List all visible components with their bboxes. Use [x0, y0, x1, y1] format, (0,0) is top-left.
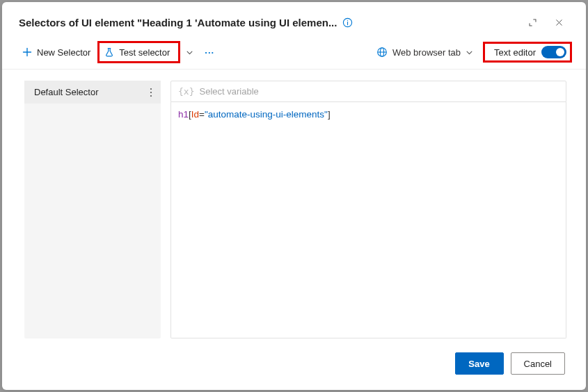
- new-selector-button[interactable]: New Selector: [19, 44, 97, 60]
- editor-column: {x} Select variable h1[Id="automate-usin…: [170, 81, 566, 338]
- test-selector-label: Test selector: [119, 47, 170, 58]
- selector-code-editor[interactable]: h1[Id="automate-using-ui-elements"]: [170, 102, 566, 338]
- close-icon[interactable]: [546, 12, 572, 33]
- text-editor-toggle-group: Text editor: [494, 46, 566, 58]
- code-value: automate-using-ui-elements: [208, 109, 324, 120]
- cancel-button[interactable]: Cancel: [511, 352, 565, 375]
- plus-icon: [22, 47, 33, 58]
- chevron-down-icon: [466, 49, 473, 56]
- highlight-test-selector: Test selector: [97, 41, 180, 63]
- selectors-sidebar: Default Selector: [24, 81, 161, 338]
- variable-icon: {x}: [178, 86, 194, 97]
- more-actions-button[interactable]: ···: [199, 44, 220, 60]
- variable-selector[interactable]: {x} Select variable: [170, 81, 566, 102]
- variable-placeholder: Select variable: [199, 86, 258, 97]
- web-browser-tab-dropdown[interactable]: Web browser tab: [371, 44, 479, 60]
- web-browser-tab-label: Web browser tab: [392, 47, 461, 58]
- globe-icon: [376, 47, 388, 58]
- svg-point-2: [347, 19, 348, 20]
- toolbar: New Selector Test selector ···: [2, 40, 586, 70]
- toggle-knob: [556, 48, 564, 56]
- title-bar: Selectors of UI element "Heading 1 'Auto…: [2, 2, 586, 40]
- test-selector-button[interactable]: Test selector: [101, 44, 177, 60]
- save-button[interactable]: Save: [455, 352, 504, 375]
- code-attr: Id: [191, 109, 199, 120]
- highlight-text-editor: Text editor: [483, 42, 572, 63]
- dialog-title: Selectors of UI element "Heading 1 'Auto…: [19, 17, 337, 28]
- test-selector-dropdown[interactable]: [180, 46, 199, 59]
- svg-point-12: [150, 95, 152, 96]
- content-area: Default Selector {x} Select variable h1[…: [2, 70, 586, 345]
- selector-item-label: Default Selector: [34, 87, 99, 97]
- selector-dialog: Selectors of UI element "Heading 1 'Auto…: [2, 2, 586, 390]
- text-editor-toggle[interactable]: [541, 46, 566, 58]
- new-selector-label: New Selector: [37, 47, 90, 58]
- info-icon[interactable]: [342, 17, 353, 28]
- expand-icon[interactable]: [519, 12, 546, 33]
- item-more-button[interactable]: [147, 88, 155, 97]
- svg-point-10: [150, 88, 152, 89]
- dialog-footer: Save Cancel: [2, 345, 586, 390]
- text-editor-label: Text editor: [494, 47, 536, 58]
- code-tag: h1: [178, 109, 189, 120]
- flask-icon: [104, 47, 115, 58]
- svg-point-11: [150, 91, 152, 92]
- selector-list-item[interactable]: Default Selector: [24, 81, 161, 104]
